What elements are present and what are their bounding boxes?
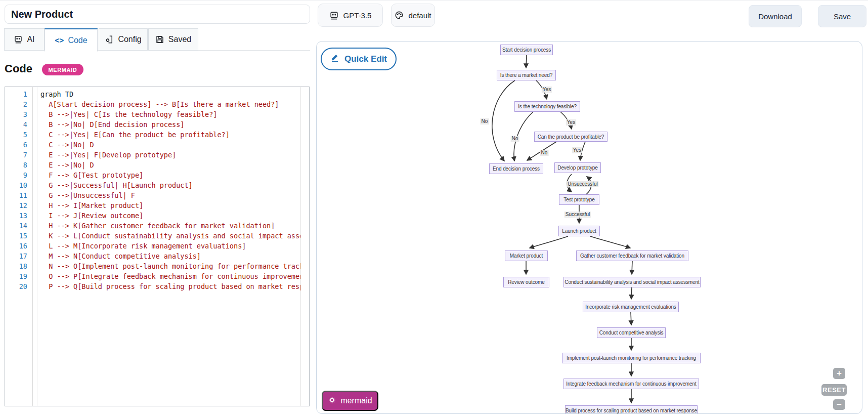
palette-icon bbox=[395, 11, 404, 20]
code-line: 13 I --> J[Review outcome] bbox=[5, 211, 301, 221]
flow-node-develop[interactable]: Develop prototype bbox=[554, 162, 601, 173]
flow-node-competitive[interactable]: Conduct competitive analysis bbox=[597, 327, 666, 338]
robot-icon bbox=[329, 11, 339, 20]
line-number: 18 bbox=[5, 261, 32, 271]
editor-scrollbar[interactable] bbox=[300, 87, 309, 406]
line-number: 13 bbox=[5, 211, 32, 221]
code-icon: <> bbox=[55, 36, 64, 45]
code-line: 18 N --> O[Implement post-launch monitor… bbox=[5, 261, 301, 271]
edge-label-yes: Yes bbox=[572, 147, 582, 153]
flow-node-launch[interactable]: Launch product bbox=[558, 226, 600, 236]
code-text: G -->|Unsuccessful| F bbox=[32, 190, 135, 200]
flow-node-end[interactable]: End decision process bbox=[489, 163, 543, 174]
code-text: P --> Q[Build process for scaling produc… bbox=[32, 281, 301, 291]
flow-node-feedback[interactable]: Gather customer feedback for market vali… bbox=[576, 250, 688, 261]
tab-saved[interactable]: Saved bbox=[148, 28, 198, 51]
flow-node-scaling[interactable]: Build process for scaling product based … bbox=[565, 405, 698, 414]
line-number: 10 bbox=[5, 180, 32, 190]
code-line: 11 G -->|Unsuccessful| F bbox=[5, 190, 301, 200]
flow-node-test[interactable]: Test prototype bbox=[559, 194, 599, 205]
edge-label-unsuccessful: Unsuccessful bbox=[567, 181, 598, 187]
edge-label-yes: Yes bbox=[566, 119, 576, 126]
line-number: 12 bbox=[5, 200, 32, 211]
edge-label-no: No bbox=[540, 150, 549, 156]
line-number: 20 bbox=[5, 281, 32, 291]
code-text: H --> K[Gather customer feedback for mar… bbox=[32, 221, 275, 231]
mermaid-engine-badge[interactable]: mermaid bbox=[322, 391, 378, 411]
line-number: 15 bbox=[5, 231, 32, 241]
flow-node-profitable[interactable]: Can the product be profitable? bbox=[534, 132, 607, 142]
editor-heading: Code bbox=[5, 62, 32, 75]
line-number: 6 bbox=[5, 140, 32, 150]
flow-node-market[interactable]: Market product bbox=[505, 250, 548, 261]
code-text: L --> M[Incorporate risk management eval… bbox=[32, 241, 246, 251]
edge-label-no: No bbox=[481, 118, 489, 124]
robot-icon bbox=[14, 35, 23, 44]
flow-node-monitoring[interactable]: Implement post-launch monitoring for per… bbox=[562, 353, 701, 363]
code-line: 20 P --> Q[Build process for scaling pro… bbox=[5, 281, 301, 291]
edge-label-no: No bbox=[511, 136, 519, 142]
code-text: B -->|Yes| C[Is the technology feasible?… bbox=[32, 109, 218, 119]
flow-node-review[interactable]: Review outcome bbox=[503, 277, 549, 287]
model-select-button[interactable]: GPT-3.5 bbox=[318, 4, 383, 27]
code-editor[interactable]: 1graph TD2 A[Start decision process] -->… bbox=[5, 87, 310, 406]
line-number: 17 bbox=[5, 251, 32, 261]
app-root: { "header": { "title_value": "New Produc… bbox=[0, 0, 868, 418]
config-icon bbox=[105, 35, 114, 44]
code-line: 5 C -->|Yes| E[Can the product be profit… bbox=[5, 130, 301, 140]
save-icon bbox=[155, 35, 164, 44]
flow-node-market-need[interactable]: Is there a market need? bbox=[497, 70, 556, 80]
code-text: F --> G[Test prototype] bbox=[32, 170, 143, 180]
code-line: 10 G -->|Successful| H[Launch product] bbox=[5, 180, 301, 190]
code-line: 12 H --> I[Market product] bbox=[5, 200, 301, 211]
line-number: 3 bbox=[5, 109, 32, 119]
pencil-icon bbox=[330, 53, 339, 65]
code-text: C -->|Yes| E[Can the product be profitab… bbox=[32, 130, 230, 140]
theme-select-button[interactable]: default bbox=[391, 4, 435, 27]
code-text: graph TD bbox=[32, 89, 73, 99]
fold-gutter-separator bbox=[37, 87, 37, 406]
diagram-canvas[interactable]: Start decision process Is there a market… bbox=[316, 41, 862, 414]
line-number: 7 bbox=[5, 150, 32, 160]
code-text: A[Start decision process] --> B[Is there… bbox=[32, 99, 279, 109]
code-line: 9 F --> G[Test prototype] bbox=[5, 170, 301, 180]
code-line: 4 B -->|No| D[End decision process] bbox=[5, 119, 301, 130]
line-number: 4 bbox=[5, 119, 32, 130]
code-line: 16 L --> M[Incorporate risk management e… bbox=[5, 241, 301, 251]
save-button[interactable]: Save bbox=[818, 5, 866, 27]
flow-node-improvement[interactable]: Integrate feedback mechanism for continu… bbox=[563, 379, 699, 389]
code-line: 7 E -->|Yes| F[Develop prototype] bbox=[5, 150, 301, 160]
code-line: 2 A[Start decision process] --> B[Is the… bbox=[5, 99, 301, 109]
tab-ai[interactable]: AI bbox=[4, 28, 45, 51]
code-line: 6 C -->|No| D bbox=[5, 140, 301, 150]
code-text: N --> O[Implement post-launch monitoring… bbox=[32, 261, 301, 271]
gutter-separator bbox=[32, 87, 33, 406]
flow-node-tech-feasible[interactable]: Is the technology feasible? bbox=[514, 101, 580, 112]
code-line: 14 H --> K[Gather customer feedback for … bbox=[5, 221, 301, 231]
flow-node-sustainability[interactable]: Conduct sustainability analysis and soci… bbox=[563, 277, 701, 287]
line-number: 14 bbox=[5, 221, 32, 231]
zoom-in-button[interactable]: + bbox=[833, 368, 845, 379]
code-text: C -->|No| D bbox=[32, 140, 94, 150]
flow-node-start[interactable]: Start decision process bbox=[500, 45, 553, 55]
tab-bar: AI <> Code Config Saved bbox=[4, 28, 310, 51]
tab-code[interactable]: <> Code bbox=[45, 28, 98, 52]
code-text: I --> J[Review outcome] bbox=[32, 211, 143, 221]
project-title-input[interactable] bbox=[5, 5, 310, 24]
quick-edit-button[interactable]: Quick Edit bbox=[321, 48, 397, 70]
tab-config[interactable]: Config bbox=[99, 28, 148, 51]
code-text: E -->|Yes| F[Develop prototype] bbox=[32, 150, 176, 160]
code-lines: 1graph TD2 A[Start decision process] -->… bbox=[5, 89, 301, 291]
model-label: GPT-3.5 bbox=[343, 11, 372, 20]
zoom-reset-button[interactable]: RESET bbox=[821, 384, 847, 396]
code-text: O --> P[Integrate feedback mechanism for… bbox=[32, 271, 301, 281]
flow-node-risk[interactable]: Incorporate risk management evaluations bbox=[583, 302, 679, 312]
language-badge: MERMAID bbox=[42, 64, 83, 75]
code-line: 3 B -->|Yes| C[Is the technology feasibl… bbox=[5, 109, 301, 119]
code-text: B -->|No| D[End decision process] bbox=[32, 119, 184, 130]
download-button[interactable]: Download bbox=[749, 5, 802, 27]
zoom-out-button[interactable]: − bbox=[833, 399, 845, 410]
code-text: G -->|Successful| H[Launch product] bbox=[32, 180, 193, 190]
line-number: 16 bbox=[5, 241, 32, 251]
code-line: 17 M --> N[Conduct competitive analysis] bbox=[5, 251, 301, 261]
